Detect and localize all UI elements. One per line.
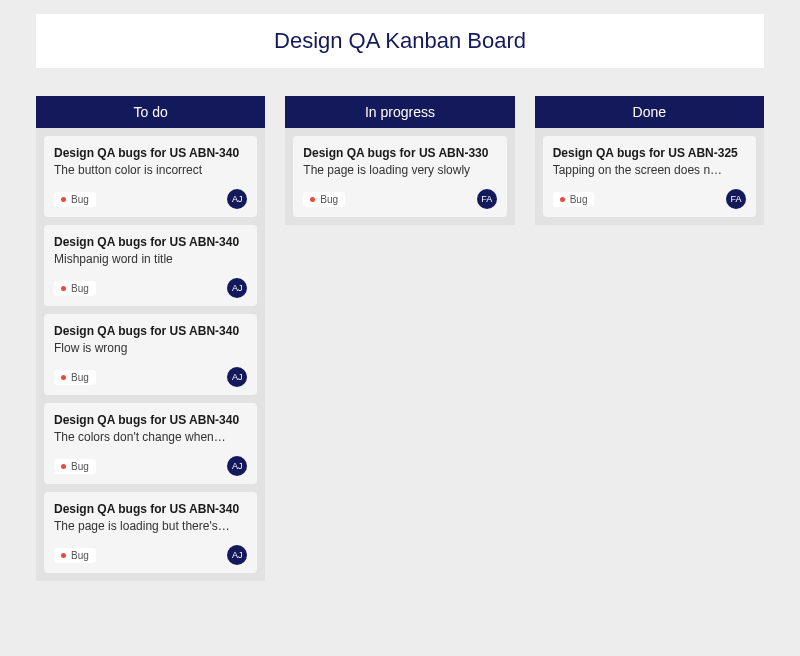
kanban-card[interactable]: Design QA bugs for US ABN-340 The colors…: [44, 403, 257, 484]
card-footer: Bug AJ: [54, 456, 247, 476]
tag-label: Bug: [71, 194, 89, 205]
column-header: Done: [535, 96, 764, 128]
card-title: Design QA bugs for US ABN-340: [54, 324, 247, 338]
kanban-card[interactable]: Design QA bugs for US ABN-340 Flow is wr…: [44, 314, 257, 395]
card-footer: Bug AJ: [54, 278, 247, 298]
card-footer: Bug FA: [553, 189, 746, 209]
card-description: The button color is incorrect: [54, 163, 247, 177]
tag-label: Bug: [71, 283, 89, 294]
tag-label: Bug: [570, 194, 588, 205]
kanban-board: To do Design QA bugs for US ABN-340 The …: [0, 68, 800, 581]
avatar[interactable]: AJ: [227, 189, 247, 209]
bug-tag: Bug: [553, 192, 595, 207]
bug-tag: Bug: [54, 370, 96, 385]
bug-dot-icon: [560, 197, 565, 202]
card-description: The page is loading very slowly: [303, 163, 496, 177]
card-footer: Bug AJ: [54, 545, 247, 565]
kanban-card[interactable]: Design QA bugs for US ABN-330 The page i…: [293, 136, 506, 217]
card-description: The colors don't change when…: [54, 430, 247, 444]
tag-label: Bug: [71, 372, 89, 383]
kanban-card[interactable]: Design QA bugs for US ABN-340 The button…: [44, 136, 257, 217]
card-title: Design QA bugs for US ABN-325: [553, 146, 746, 160]
bug-dot-icon: [61, 286, 66, 291]
avatar[interactable]: FA: [726, 189, 746, 209]
kanban-card[interactable]: Design QA bugs for US ABN-340 The page i…: [44, 492, 257, 573]
bug-tag: Bug: [54, 459, 96, 474]
avatar[interactable]: AJ: [227, 278, 247, 298]
card-description: Tapping on the screen does n…: [553, 163, 746, 177]
card-title: Design QA bugs for US ABN-330: [303, 146, 496, 160]
avatar[interactable]: AJ: [227, 367, 247, 387]
column-in-progress: In progress Design QA bugs for US ABN-33…: [285, 96, 514, 581]
avatar[interactable]: AJ: [227, 545, 247, 565]
tag-label: Bug: [71, 550, 89, 561]
column-body: Design QA bugs for US ABN-340 The button…: [36, 128, 265, 581]
page-header: Design QA Kanban Board: [36, 14, 764, 68]
card-title: Design QA bugs for US ABN-340: [54, 146, 247, 160]
card-footer: Bug FA: [303, 189, 496, 209]
column-header: To do: [36, 96, 265, 128]
bug-tag: Bug: [54, 548, 96, 563]
card-title: Design QA bugs for US ABN-340: [54, 502, 247, 516]
bug-dot-icon: [61, 375, 66, 380]
card-title: Design QA bugs for US ABN-340: [54, 235, 247, 249]
card-description: Mishpanig word in title: [54, 252, 247, 266]
card-footer: Bug AJ: [54, 367, 247, 387]
tag-label: Bug: [71, 461, 89, 472]
column-done: Done Design QA bugs for US ABN-325 Tappi…: [535, 96, 764, 581]
bug-dot-icon: [61, 197, 66, 202]
bug-tag: Bug: [303, 192, 345, 207]
kanban-card[interactable]: Design QA bugs for US ABN-325 Tapping on…: [543, 136, 756, 217]
bug-tag: Bug: [54, 281, 96, 296]
column-body: Design QA bugs for US ABN-330 The page i…: [285, 128, 514, 225]
kanban-card[interactable]: Design QA bugs for US ABN-340 Mishpanig …: [44, 225, 257, 306]
avatar[interactable]: AJ: [227, 456, 247, 476]
avatar[interactable]: FA: [477, 189, 497, 209]
page-title: Design QA Kanban Board: [36, 28, 764, 54]
bug-dot-icon: [61, 464, 66, 469]
column-header: In progress: [285, 96, 514, 128]
card-description: Flow is wrong: [54, 341, 247, 355]
bug-dot-icon: [61, 553, 66, 558]
card-footer: Bug AJ: [54, 189, 247, 209]
card-title: Design QA bugs for US ABN-340: [54, 413, 247, 427]
bug-dot-icon: [310, 197, 315, 202]
card-description: The page is loading but there's…: [54, 519, 247, 533]
bug-tag: Bug: [54, 192, 96, 207]
column-todo: To do Design QA bugs for US ABN-340 The …: [36, 96, 265, 581]
column-body: Design QA bugs for US ABN-325 Tapping on…: [535, 128, 764, 225]
tag-label: Bug: [320, 194, 338, 205]
